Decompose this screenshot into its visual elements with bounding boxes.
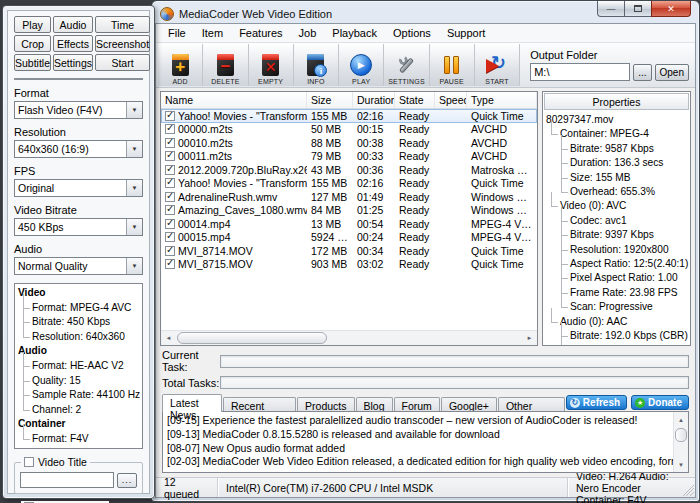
column-duration[interactable]: Duration <box>353 92 395 108</box>
tree-item[interactable]: 80297347.mov <box>546 113 687 127</box>
row-checkbox[interactable] <box>165 138 175 148</box>
resize-grip[interactable] <box>682 484 694 496</box>
tree-item[interactable]: Sample Rate: 48000 Hz <box>561 344 687 346</box>
row-checkbox[interactable] <box>165 259 175 269</box>
row-checkbox[interactable] <box>165 205 175 215</box>
tree-item[interactable]: Pixel Aspect Ratio: 1.00 <box>561 271 687 285</box>
table-row[interactable]: MVI_8715.MOV 903 MB03:02 Ready Quick Tim… <box>161 258 537 272</box>
format-select[interactable]: Flash Video (F4V) ▼ <box>14 101 143 119</box>
table-row[interactable]: Yahoo! Movies - "Transformers: R... 155 … <box>161 109 537 123</box>
empty-button[interactable]: ✕ EMPTY <box>249 44 294 86</box>
row-checkbox[interactable] <box>165 232 175 242</box>
row-checkbox[interactable] <box>165 178 175 188</box>
video-title-browse-button[interactable]: ... <box>117 473 137 488</box>
play-tab-button[interactable]: Play <box>14 16 51 33</box>
maximize-button[interactable] <box>625 1 651 17</box>
resolution-select[interactable]: 640x360 (16:9) ▼ <box>14 140 143 158</box>
menu-item[interactable]: Item <box>194 25 231 41</box>
news-item[interactable]: [09-15] Experience the fastest paralelli… <box>167 414 669 428</box>
video-title-input[interactable] <box>20 472 114 488</box>
row-checkbox[interactable] <box>165 111 175 121</box>
fps-select[interactable]: Original ▼ <box>14 179 143 197</box>
column-speed[interactable]: Speed <box>435 92 467 108</box>
table-row[interactable]: 00000.m2ts 50 MB00:15 Ready AVCHD <box>161 123 537 137</box>
column-name[interactable]: Name <box>161 92 307 108</box>
row-checkbox[interactable] <box>165 165 175 175</box>
pause-button[interactable]: PAUSE <box>430 44 475 86</box>
table-row[interactable]: MVI_8714.MOV 172 MB00:34 Ready Quick Tim… <box>161 244 537 258</box>
tab-google-plus[interactable]: Google+ <box>441 397 497 412</box>
close-button[interactable]: ✕ <box>651 1 691 17</box>
subtitle-tab-button[interactable]: Subtitle <box>14 54 51 71</box>
info-button[interactable]: i INFO <box>294 44 339 86</box>
refresh-button[interactable]: ↻Refresh <box>566 395 627 410</box>
column-type[interactable]: Type <box>467 92 537 108</box>
table-row[interactable]: 00011.m2ts 79 MB00:33 Ready AVCHD <box>161 150 537 164</box>
tree-item[interactable]: Audio (0): AAC <box>551 315 687 329</box>
menu-job[interactable]: Job <box>291 25 325 41</box>
tab-forum[interactable]: Forum <box>394 397 440 412</box>
tab-other-projects[interactable]: Other Projects <box>498 397 565 412</box>
column-size[interactable]: Size <box>307 92 353 108</box>
audio-quality-select[interactable]: Normal Quality ▼ <box>14 257 143 275</box>
menu-features[interactable]: Features <box>231 25 290 41</box>
scrollbar-thumb[interactable] <box>177 332 327 344</box>
table-row[interactable]: 2012.2009.720p.BluRay.x264.DT... 43 MB00… <box>161 163 537 177</box>
menu-file[interactable]: File <box>160 25 194 41</box>
table-row[interactable]: 00014.mp4 13 MB00:54 Ready MPEG-4 Video <box>161 217 537 231</box>
scroll-left-icon[interactable]: ◄ <box>161 331 176 346</box>
start-button[interactable]: ↻ START <box>475 44 520 86</box>
settings-button[interactable]: SETTINGS <box>384 44 429 86</box>
play-button[interactable]: ▶ PLAY <box>339 44 384 86</box>
row-checkbox[interactable] <box>165 124 175 134</box>
tab-blog[interactable]: Blog <box>356 397 393 412</box>
output-folder-input[interactable]: M:\ <box>530 63 630 81</box>
crop-tab-button[interactable]: Crop <box>14 35 51 52</box>
add-button[interactable]: + ADD <box>158 44 203 86</box>
tree-item[interactable]: Size: 155 MB <box>561 171 687 185</box>
video-title-checkbox[interactable] <box>24 457 34 467</box>
tab-products[interactable]: Products <box>297 397 354 412</box>
minimize-button[interactable]: — <box>597 1 625 17</box>
start-tab-button[interactable]: Start <box>95 54 150 71</box>
donate-button[interactable]: ★Donate <box>631 395 689 410</box>
tree-item[interactable]: Codec: avc1 <box>561 214 687 228</box>
titlebar[interactable]: MediaCoder Web Video Edition — ✕ <box>152 1 699 23</box>
tree-item[interactable]: Container: MPEG-4 <box>551 127 687 141</box>
news-item[interactable]: [08-07] New Opus audio format added <box>167 442 669 456</box>
tab-latest-news[interactable]: Latest News <box>162 394 222 412</box>
properties-header[interactable]: Properties <box>544 93 689 110</box>
scroll-down-icon[interactable]: ▼ <box>674 457 689 472</box>
news-item[interactable]: [09-13] MediaCoder 0.8.15.5280 is releas… <box>167 428 669 442</box>
row-checkbox[interactable] <box>165 151 175 161</box>
screenshot-tab-button[interactable]: Screenshot <box>95 35 150 52</box>
delete-button[interactable]: − DELETE <box>203 44 248 86</box>
chevron-down-icon[interactable]: ▼ <box>126 102 142 118</box>
column-state[interactable]: State <box>395 92 435 108</box>
menu-options[interactable]: Options <box>385 25 439 41</box>
chevron-down-icon[interactable]: ▼ <box>126 219 142 235</box>
tree-item[interactable]: Frame Rate: 23.98 FPS <box>561 286 687 300</box>
tree-item[interactable]: Resolution: 1920x800 <box>561 243 687 257</box>
scroll-up-icon[interactable]: ▲ <box>674 412 689 427</box>
tree-item[interactable]: Video (0): AVC <box>551 199 687 213</box>
row-checkbox[interactable] <box>165 192 175 202</box>
table-row[interactable]: Amazing_Caves_1080.wmv 84 MB01:25 Ready … <box>161 204 537 218</box>
video-bitrate-select[interactable]: 450 KBps ▼ <box>14 218 143 236</box>
table-row[interactable]: Yahoo! Movies - "Transformers: R... 155 … <box>161 177 537 191</box>
table-row[interactable]: AdrenalineRush.wmv 127 MB01:49 Ready Win… <box>161 190 537 204</box>
row-checkbox[interactable] <box>165 246 175 256</box>
tree-item[interactable]: Bitrate: 192.0 Kbps (CBR) <box>561 329 687 343</box>
tree-item[interactable]: Bitrate: 9397 Kbps <box>561 228 687 242</box>
chevron-down-icon[interactable]: ▼ <box>126 258 142 274</box>
row-checkbox[interactable] <box>165 219 175 229</box>
time-tab-button[interactable]: Time <box>95 16 150 33</box>
vertical-scrollbar[interactable]: ▲ ▼ <box>673 412 688 472</box>
tab-recent-updates[interactable]: Recent Updates <box>223 397 296 412</box>
scrollbar-thumb[interactable] <box>675 428 687 442</box>
tree-item[interactable]: Overhead: 655.3% <box>561 185 687 199</box>
audio-tab-button[interactable]: Audio <box>53 16 93 33</box>
table-row[interactable]: 00010.m2ts 88 MB00:38 Ready AVCHD <box>161 136 537 150</box>
effects-tab-button[interactable]: Effects <box>53 35 93 52</box>
tree-item[interactable]: Bitrate: 9587 Kbps <box>561 142 687 156</box>
